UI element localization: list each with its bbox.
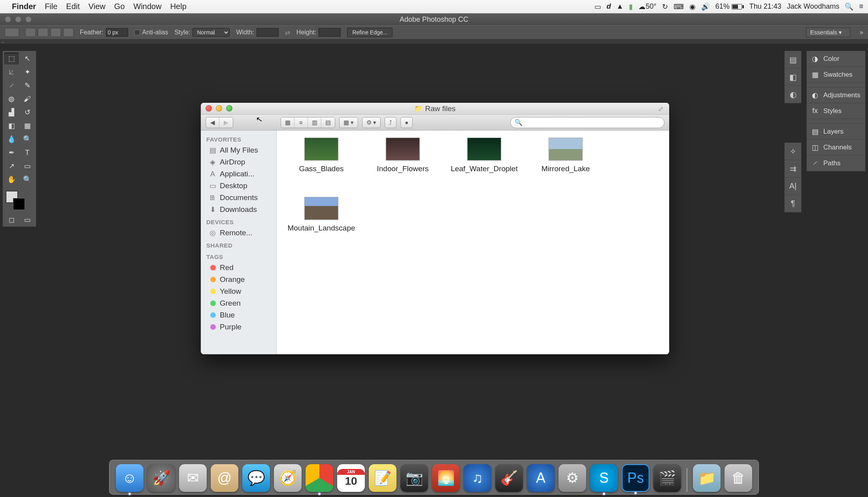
antialias-checkbox[interactable] (134, 30, 140, 35)
lasso-tool-icon[interactable]: ⟀ (4, 66, 19, 78)
dock-app-safari[interactable]: 🧭 (274, 464, 302, 492)
user-name[interactable]: Jack Woodhams (787, 2, 840, 11)
dock-app-launchpad[interactable]: 🚀 (147, 464, 175, 492)
color-swatches[interactable] (4, 189, 34, 212)
wifi-icon[interactable]: ◉ (689, 2, 696, 11)
close-button[interactable] (5, 16, 11, 23)
file-item[interactable]: Moutain_Landscape (281, 197, 362, 256)
info-icon[interactable]: ◐ (785, 86, 801, 103)
dock-downloads[interactable]: 📁 (693, 464, 721, 492)
marquee-tool-icon[interactable]: ⬚ (4, 53, 19, 64)
swap-icon[interactable]: ⇄ (285, 29, 290, 36)
feather-input[interactable] (106, 28, 128, 37)
dock-trash[interactable]: 🗑 (725, 464, 752, 492)
quickmask-icon[interactable]: ◻ (5, 215, 18, 225)
screenmode-icon[interactable]: ▭ (21, 215, 34, 225)
subtract-selection-icon[interactable] (51, 28, 61, 37)
zoom-tool-icon[interactable]: 🔍 (20, 174, 34, 185)
magic-wand-tool-icon[interactable]: ✦ (20, 66, 34, 78)
add-selection-icon[interactable] (38, 28, 48, 37)
dock-app-photobooth[interactable]: 📷 (400, 464, 428, 492)
clock[interactable]: Thu 21:43 (749, 2, 781, 11)
file-grid[interactable]: Gass_BladesIndoor_FlowersLeaf_Water_Drop… (277, 130, 669, 354)
dock-app-mail[interactable]: ✉ (179, 464, 207, 492)
panel-styles[interactable]: fxStyles (807, 103, 865, 119)
close-button[interactable] (206, 105, 212, 111)
paragraph-icon[interactable]: ¶ (785, 195, 801, 212)
active-app-name[interactable]: Finder (12, 2, 36, 11)
dock-app-imovie[interactable]: 🎬 (653, 464, 681, 492)
dock-app-photoshop[interactable]: Ps (622, 464, 649, 492)
clone-stamp-tool-icon[interactable]: ▟ (4, 106, 19, 118)
dock-app-itunes[interactable]: ♫ (464, 464, 491, 492)
file-item[interactable]: Indoor_Flowers (362, 138, 443, 197)
search-field[interactable]: 🔍 (510, 117, 664, 128)
brushes-icon[interactable]: ✧ (785, 143, 801, 160)
temperature-readout[interactable]: ☁ 50° (638, 2, 656, 11)
histogram-icon[interactable]: ▤ (785, 51, 801, 68)
panel-handle[interactable]: ‹‹ (0, 40, 868, 44)
pen-tool-icon[interactable]: ✒ (4, 147, 19, 159)
height-input[interactable] (319, 28, 341, 37)
type-tool-icon[interactable]: T (20, 147, 34, 159)
character-icon[interactable]: A| (785, 178, 801, 195)
navigator-icon[interactable]: ◧ (785, 68, 801, 86)
sidebar-item[interactable]: ⬇Downloads (201, 204, 276, 215)
tool-preset-icon[interactable] (5, 28, 19, 37)
sidebar-item[interactable]: 🗎Documents (201, 192, 276, 204)
d-icon[interactable]: d (607, 2, 611, 11)
menu-help[interactable]: Help (170, 2, 187, 11)
panel-menu-icon[interactable]: » (860, 29, 863, 36)
bluetooth-icon[interactable]: ⌨ (674, 2, 684, 11)
list-view-button[interactable]: ≡ (294, 117, 308, 128)
dock-app-skype[interactable]: S (590, 464, 618, 492)
sidebar-item[interactable]: AApplicati... (201, 168, 276, 180)
fullscreen-icon[interactable]: ⤢ (658, 105, 665, 112)
menu-file[interactable]: File (45, 2, 57, 11)
menu-window[interactable]: Window (134, 2, 162, 11)
coverflow-view-button[interactable]: ▤ (321, 117, 335, 128)
sidebar-tag[interactable]: Blue (201, 309, 276, 321)
move-tool-icon[interactable]: ↖ (20, 53, 34, 64)
action-button[interactable]: ⚙ ▾ (362, 117, 381, 128)
crop-tool-icon[interactable]: ⟋ (4, 79, 19, 91)
sidebar-tag[interactable]: Yellow (201, 285, 276, 297)
background-color[interactable] (13, 198, 25, 210)
dock-app-calendar[interactable]: JAN10 (337, 464, 365, 492)
blur-tool-icon[interactable]: 💧 (4, 133, 19, 145)
zoom-button[interactable] (226, 105, 232, 111)
healing-brush-tool-icon[interactable]: ◍ (4, 93, 19, 105)
panel-layers[interactable]: ▤Layers (807, 124, 865, 140)
intersect-selection-icon[interactable] (63, 28, 74, 37)
gradient-tool-icon[interactable]: ▦ (20, 120, 34, 132)
clone-src-icon[interactable]: ⇉ (785, 160, 801, 178)
sidebar-tag[interactable]: Orange (201, 274, 276, 285)
dock-app-contacts[interactable]: @ (211, 464, 238, 492)
airplay-icon[interactable]: ▲ (617, 2, 624, 11)
style-select[interactable]: Normal (192, 28, 230, 37)
icon-view-button[interactable]: ▦ (281, 117, 294, 128)
dock-app-garageband[interactable]: 🎸 (495, 464, 523, 492)
sidebar-tag[interactable]: Red (201, 262, 276, 274)
panel-channels[interactable]: ◫Channels (807, 140, 865, 155)
brush-tool-icon[interactable]: 🖌 (20, 93, 34, 105)
workspace-switcher[interactable]: Essentials ▾ (806, 28, 851, 37)
width-input[interactable] (257, 28, 279, 37)
dock-app-finder[interactable]: ☺ (116, 464, 143, 492)
volume-icon[interactable]: 🔊 (701, 2, 710, 11)
eyedropper-tool-icon[interactable]: ✎ (20, 79, 34, 91)
arrange-button[interactable]: ▦ ▾ (339, 117, 358, 128)
sidebar-tag[interactable]: Purple (201, 321, 276, 333)
path-select-tool-icon[interactable]: ↗ (4, 160, 19, 172)
panel-adjustments[interactable]: ◐Adjustments (807, 87, 865, 103)
dock-app-notes[interactable]: 📝 (369, 464, 396, 492)
dock-app-chrome[interactable] (306, 464, 333, 492)
notification-center-icon[interactable]: ≡ (859, 2, 863, 11)
sidebar-tag[interactable]: Green (201, 297, 276, 309)
battery-menulet-icon[interactable]: ▮ (629, 2, 633, 11)
eraser-tool-icon[interactable]: ◧ (4, 120, 19, 132)
search-input[interactable] (525, 119, 660, 126)
minimize-button[interactable] (216, 105, 222, 111)
dock-app-settings[interactable]: ⚙ (559, 464, 586, 492)
file-item[interactable]: Leaf_Water_Droplet (443, 138, 525, 197)
